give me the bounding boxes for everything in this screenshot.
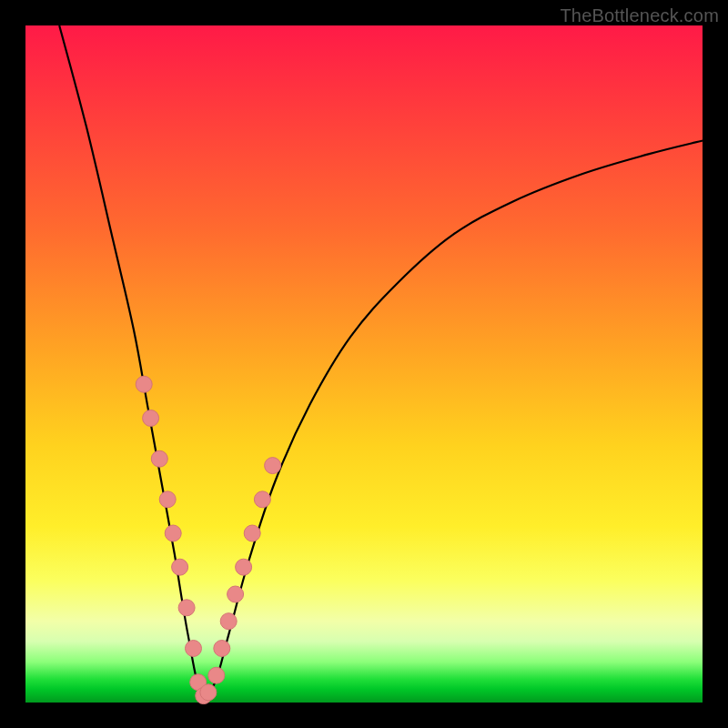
data-marker <box>159 491 176 508</box>
chart-frame: TheBottleneck.com <box>0 0 728 728</box>
data-marker <box>228 586 244 602</box>
data-marker <box>208 667 225 683</box>
data-marker <box>265 458 281 474</box>
data-marker <box>186 641 202 657</box>
data-marker <box>143 410 159 427</box>
plot-area <box>25 25 703 703</box>
bottleneck-curve <box>59 25 703 699</box>
data-marker <box>136 376 152 392</box>
data-marker <box>200 684 217 701</box>
data-marker <box>214 641 230 657</box>
data-marker <box>165 525 181 541</box>
data-marker <box>220 613 237 630</box>
marker-group <box>136 376 280 703</box>
curve-path <box>59 25 703 699</box>
data-marker <box>172 559 188 575</box>
data-marker <box>151 450 167 467</box>
data-marker <box>244 525 260 541</box>
data-marker <box>236 559 252 575</box>
data-marker <box>178 600 195 616</box>
curve-layer <box>25 25 703 703</box>
watermark-text: TheBottleneck.com <box>560 5 719 26</box>
data-marker <box>254 491 270 508</box>
